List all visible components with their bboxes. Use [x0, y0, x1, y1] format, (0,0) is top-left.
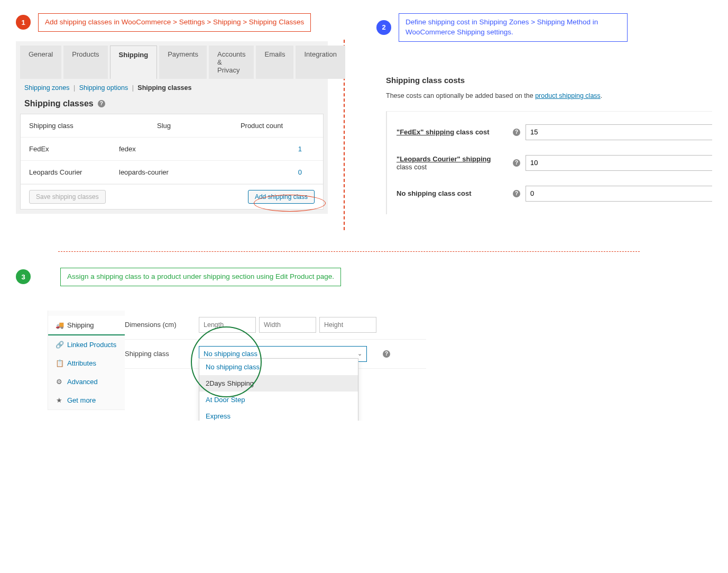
page-title: Shipping classes	[24, 99, 94, 108]
product-data-sidebar: 🚚 Shipping 🔗 Linked Products 📋 Attribute…	[48, 311, 125, 410]
shipping-class-dropdown: No shipping class 2Days Shipping At Door…	[199, 358, 358, 421]
horizontal-divider	[58, 251, 640, 252]
cost-label-fedex: "FedEx" shipping class cost	[397, 128, 508, 136]
cost-label-leopards: "Leopards Courier" shipping class cost	[397, 155, 508, 171]
height-input[interactable]	[319, 317, 376, 333]
table-row[interactable]: FedEx fedex 1	[21, 138, 323, 161]
shipping-classes-table: Shipping class Slug Product count FedEx …	[20, 114, 324, 210]
dimensions-label: Dimensions (cm)	[125, 321, 188, 329]
help-icon[interactable]: ?	[513, 129, 520, 136]
plus-icon: ★	[56, 396, 63, 404]
costs-heading: Shipping class costs	[386, 76, 712, 85]
add-shipping-class-button[interactable]: Add shipping class	[248, 190, 315, 204]
sidebar-item-linked-products[interactable]: 🔗 Linked Products	[48, 335, 125, 354]
shipping-classes-panel: General Products Shipping Payments Accou…	[16, 41, 328, 214]
step-note-2: Define shipping cost in Shipping Zones >…	[399, 13, 628, 42]
cell-slug: leopards-courier	[119, 168, 209, 176]
settings-tabs: General Products Shipping Payments Accou…	[16, 41, 328, 79]
step-note-3: Assign a shipping class to a product und…	[60, 268, 341, 286]
shipping-class-label: Shipping class	[125, 350, 188, 358]
sublink-shipping-options[interactable]: Shipping options	[79, 84, 128, 92]
option-2days-shipping[interactable]: 2Days Shipping	[199, 375, 358, 392]
sidebar-item-shipping[interactable]: 🚚 Shipping	[48, 316, 125, 335]
cost-input-leopards[interactable]	[526, 155, 712, 171]
gear-icon: ⚙	[56, 378, 63, 386]
cell-count-link[interactable]: 0	[298, 168, 302, 176]
col-header-count: Product count	[209, 122, 315, 130]
option-at-door-step[interactable]: At Door Step	[199, 392, 358, 408]
tab-payments[interactable]: Payments	[159, 46, 207, 79]
option-express[interactable]: Express	[199, 408, 358, 421]
step-badge-2: 2	[376, 20, 391, 35]
step-note-1: Add shipping classes in WooCommerce > Se…	[38, 13, 311, 32]
cell-name: FedEx	[29, 145, 119, 153]
select-value: No shipping class	[204, 350, 257, 358]
tab-products[interactable]: Products	[63, 46, 107, 79]
length-input[interactable]	[199, 317, 256, 333]
help-icon[interactable]: ?	[513, 190, 520, 197]
product-shipping-class-link[interactable]: product shipping class	[535, 92, 601, 99]
list-icon: 📋	[56, 359, 63, 367]
cell-slug: fedex	[119, 145, 209, 153]
chevron-down-icon: ⌄	[357, 350, 362, 357]
option-no-shipping-class[interactable]: No shipping class	[199, 359, 358, 375]
cost-label-no-class: No shipping class cost	[397, 189, 508, 197]
sidebar-item-get-more[interactable]: ★ Get more	[48, 391, 125, 410]
cost-input-no-class[interactable]	[526, 186, 712, 202]
width-input[interactable]	[259, 317, 316, 333]
tab-emails[interactable]: Emails	[256, 46, 293, 79]
sidebar-item-advanced[interactable]: ⚙ Advanced	[48, 372, 125, 391]
truck-icon: 🚚	[56, 321, 63, 329]
sublink-shipping-classes: Shipping classes	[137, 84, 191, 92]
costs-desc-post: .	[601, 92, 602, 99]
save-shipping-classes-button[interactable]: Save shipping classes	[29, 190, 106, 204]
cell-name: Leopards Courier	[29, 168, 119, 176]
cost-input-fedex[interactable]	[526, 124, 712, 140]
sublink-shipping-zones[interactable]: Shipping zones	[24, 84, 69, 92]
col-header-slug: Slug	[119, 122, 209, 130]
sidebar-item-attributes[interactable]: 📋 Attributes	[48, 354, 125, 372]
help-icon[interactable]: ?	[513, 159, 520, 167]
costs-desc-pre: These costs can optionally be added base…	[386, 92, 535, 99]
tab-integration[interactable]: Integration	[296, 46, 345, 79]
tab-shipping[interactable]: Shipping	[110, 46, 158, 79]
help-icon[interactable]: ?	[383, 350, 390, 358]
link-icon: 🔗	[56, 341, 63, 349]
help-icon[interactable]: ?	[98, 100, 105, 107]
col-header-name: Shipping class	[29, 122, 119, 130]
tab-accounts-privacy[interactable]: Accounts & Privacy	[209, 46, 254, 79]
table-row[interactable]: Leopards Courier leopards-courier 0	[21, 161, 323, 184]
cell-count-link[interactable]: 1	[298, 145, 302, 153]
tab-general[interactable]: General	[20, 46, 61, 79]
step-badge-3: 3	[16, 269, 31, 284]
step-badge-1: 1	[16, 15, 31, 30]
shipping-costs-panel: Shipping class costs These costs can opt…	[376, 66, 712, 224]
